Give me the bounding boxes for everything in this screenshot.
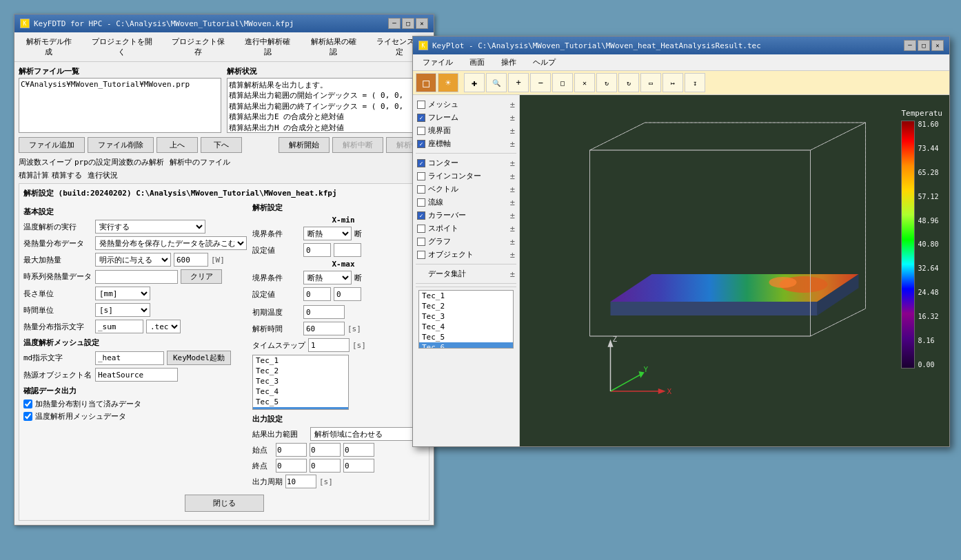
object-plus[interactable]: ± bbox=[510, 250, 515, 260]
start-y[interactable] bbox=[310, 443, 341, 457]
line-contour-plus[interactable]: ± bbox=[510, 172, 515, 181]
line-contour-item[interactable]: ラインコンター ± bbox=[416, 169, 516, 183]
file-add-button[interactable]: ファイル追加 bbox=[19, 137, 85, 153]
export-button[interactable]: ↧ bbox=[685, 73, 705, 92]
heat-dist-select[interactable]: 発熱量分布を保存したデータを読みこむ bbox=[95, 236, 247, 250]
heat-text-ext-select[interactable]: .tec bbox=[146, 320, 181, 333]
colorbar-item[interactable]: ✓ カラーバー ± bbox=[416, 209, 516, 222]
time-unit-select[interactable]: [s] bbox=[95, 303, 150, 317]
confirm-check-0[interactable] bbox=[23, 400, 32, 408]
fit-button[interactable]: □ bbox=[552, 73, 573, 92]
colorbar-checkbox[interactable]: ✓ bbox=[417, 211, 425, 220]
menu-open[interactable]: プロジェクトを開く bbox=[81, 34, 161, 60]
tec-item-2[interactable]: Tec_3 bbox=[253, 376, 348, 386]
move-down-button[interactable]: 下へ bbox=[201, 137, 242, 153]
bc-xmax-select[interactable]: 断熱 bbox=[303, 271, 352, 284]
tec-item-0[interactable]: Tec_1 bbox=[253, 355, 348, 366]
axes-plus[interactable]: ± bbox=[510, 139, 515, 149]
eyedropper-plus[interactable]: ± bbox=[510, 224, 515, 234]
set-xmin-input2[interactable] bbox=[334, 243, 361, 257]
start-z[interactable] bbox=[343, 443, 374, 457]
mesh-plus[interactable]: ± bbox=[510, 100, 515, 110]
frame-item[interactable]: ✓ フレーム ± bbox=[416, 111, 516, 124]
boundary-checkbox[interactable] bbox=[417, 127, 425, 135]
line-contour-checkbox[interactable] bbox=[417, 172, 425, 180]
end-y[interactable] bbox=[310, 459, 341, 473]
frame-checkbox[interactable]: ✓ bbox=[417, 114, 425, 122]
analysis-time-input[interactable] bbox=[303, 322, 345, 335]
close-button[interactable]: ✕ bbox=[416, 18, 428, 29]
tec-item-1[interactable]: Tec_2 bbox=[253, 366, 348, 376]
heat-src-input[interactable] bbox=[95, 368, 178, 382]
confirm-check-1[interactable] bbox=[23, 412, 32, 421]
vector-item[interactable]: ベクトル ± bbox=[416, 183, 516, 196]
kp-menu-screen[interactable]: 画面 bbox=[461, 56, 493, 69]
kp-tec-3[interactable]: Tec_3 bbox=[419, 311, 513, 322]
graph-plus[interactable]: ± bbox=[510, 237, 515, 247]
data-summary-item[interactable]: データ集計 ± bbox=[416, 267, 516, 280]
view-3d-button[interactable]: □ bbox=[416, 73, 436, 92]
mesh-checkbox[interactable] bbox=[417, 101, 425, 109]
kp-minimize-button[interactable]: ─ bbox=[904, 40, 916, 51]
menu-results[interactable]: 解析結果の確認 bbox=[301, 34, 366, 60]
kp-tec-list[interactable]: Tec_1 Tec_2 Tec_3 Tec_4 Tec_5 Tec_6 bbox=[418, 290, 514, 349]
kp-maximize-button[interactable]: □ bbox=[918, 40, 930, 51]
contour-plus[interactable]: ± bbox=[510, 158, 515, 168]
initial-temp-input[interactable] bbox=[303, 305, 345, 319]
set-xmax-input1[interactable] bbox=[303, 287, 331, 301]
analysis-start-button[interactable]: 解析開始 bbox=[279, 137, 330, 153]
zoom-out-button[interactable]: − bbox=[530, 73, 551, 92]
rotate-x-button[interactable]: ✕ bbox=[574, 73, 595, 92]
keymodel-button[interactable]: KeyModel起動 bbox=[167, 351, 231, 365]
md-input[interactable] bbox=[95, 351, 164, 365]
move-button[interactable]: ✚ bbox=[464, 73, 485, 92]
maximize-button[interactable]: □ bbox=[402, 18, 414, 29]
time-series-clear-button[interactable]: クリア bbox=[181, 269, 222, 284]
set-xmin-input1[interactable] bbox=[303, 243, 331, 257]
visualization-area[interactable]: X Y Z Temperatu 81.60 bbox=[520, 95, 949, 446]
graph-checkbox[interactable] bbox=[417, 238, 425, 246]
kp-menu-help[interactable]: ヘルプ bbox=[525, 56, 564, 69]
rotate-button[interactable]: ↻ bbox=[596, 73, 617, 92]
length-unit-select[interactable]: [mm] bbox=[95, 287, 150, 300]
contour-item[interactable]: ✓ コンター ± bbox=[416, 156, 516, 169]
data-summary-plus[interactable]: ± bbox=[510, 269, 515, 279]
rotate-auto-button[interactable]: ↻ bbox=[618, 73, 639, 92]
measure-button[interactable]: ↦ bbox=[662, 73, 683, 92]
streamline-item[interactable]: 流線 ± bbox=[416, 196, 516, 209]
streamline-plus[interactable]: ± bbox=[510, 198, 515, 207]
tec-item-3[interactable]: Tec_4 bbox=[253, 386, 348, 397]
kp-menu-file[interactable]: ファイル bbox=[414, 56, 461, 69]
colorbar-plus[interactable]: ± bbox=[510, 211, 515, 220]
file-delete-button[interactable]: ファイル削除 bbox=[88, 137, 154, 153]
tec-file-list[interactable]: Tec_1 Tec_2 Tec_3 Tec_4 Tec_5 Tec_6 bbox=[252, 355, 349, 410]
timestep-input[interactable] bbox=[308, 338, 350, 352]
tec-item-5[interactable]: Tec_6 bbox=[253, 407, 348, 410]
axes-checkbox[interactable]: ✓ bbox=[417, 140, 425, 148]
eyedropper-item[interactable]: スポイト ± bbox=[416, 222, 516, 235]
close-settings-button[interactable]: 閉じる bbox=[185, 495, 264, 512]
kp-tec-4[interactable]: Tec_4 bbox=[419, 322, 513, 332]
object-item[interactable]: オブジェクト ± bbox=[416, 248, 516, 261]
end-x[interactable] bbox=[276, 459, 307, 473]
bc-xmin-select[interactable]: 断熱 bbox=[303, 227, 352, 240]
streamline-checkbox[interactable] bbox=[417, 198, 425, 207]
mesh-item[interactable]: メッシュ ± bbox=[416, 98, 516, 111]
menu-model[interactable]: 解析モデル作成 bbox=[16, 34, 81, 60]
analysis-stop-button[interactable]: 解析中断 bbox=[332, 137, 383, 153]
vector-plus[interactable]: ± bbox=[510, 185, 515, 194]
period-input[interactable] bbox=[285, 475, 316, 488]
object-checkbox[interactable] bbox=[417, 251, 425, 259]
start-x[interactable] bbox=[276, 443, 307, 457]
kp-menu-operate[interactable]: 操作 bbox=[493, 56, 525, 69]
vector-checkbox[interactable] bbox=[417, 185, 425, 194]
move-up-button[interactable]: 上へ bbox=[156, 137, 198, 153]
kp-tec-2[interactable]: Tec_2 bbox=[419, 301, 513, 311]
temp-exec-select[interactable]: 実行する bbox=[95, 220, 205, 234]
eyedropper-checkbox[interactable] bbox=[417, 225, 425, 233]
boundary-item[interactable]: 境界面 ± bbox=[416, 124, 516, 137]
graph-item[interactable]: グラフ ± bbox=[416, 235, 516, 248]
set-xmax-input2[interactable] bbox=[334, 287, 361, 301]
kp-tec-1[interactable]: Tec_1 bbox=[419, 291, 513, 301]
time-series-input[interactable] bbox=[95, 270, 178, 284]
